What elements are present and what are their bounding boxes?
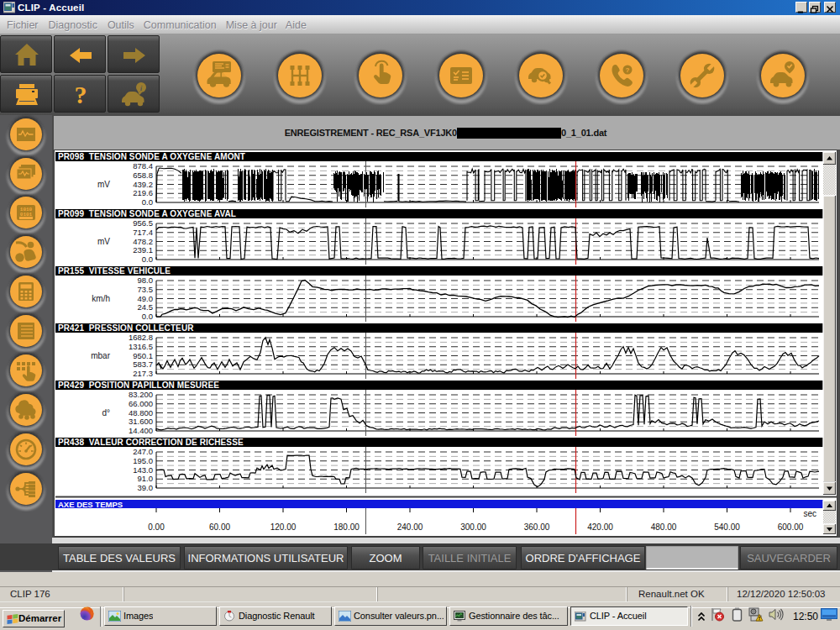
svg-text:658.8: 658.8 xyxy=(133,171,153,180)
svg-text:83.200: 83.200 xyxy=(129,390,153,399)
svg-text:878.4: 878.4 xyxy=(133,161,153,171)
svg-text:PR429 POSITION PAPILLON MESUR: PR429 POSITION PAPILLON MESUREE xyxy=(58,381,219,390)
svg-text:540.00: 540.00 xyxy=(714,522,740,532)
svg-text:478.2: 478.2 xyxy=(133,237,153,246)
svg-text:0.0: 0.0 xyxy=(142,312,153,321)
svg-text:239.1: 239.1 xyxy=(133,245,153,255)
svg-text:98.0: 98.0 xyxy=(138,276,154,285)
svg-text:0.00: 0.00 xyxy=(148,522,165,532)
svg-text:0101: 0101 xyxy=(20,212,33,218)
svg-text:km/h: km/h xyxy=(92,294,110,303)
svg-text:219.6: 219.6 xyxy=(133,188,153,197)
svg-text:217.3: 217.3 xyxy=(133,369,153,378)
svg-text:240.00: 240.00 xyxy=(397,522,423,532)
svg-text:?: ? xyxy=(626,66,630,74)
svg-text:1316.5: 1316.5 xyxy=(129,342,153,351)
svg-text:950.1: 950.1 xyxy=(133,351,153,360)
svg-text:PR421 PRESSION COLLECTEUR: PR421 PRESSION COLLECTEUR xyxy=(58,323,194,333)
svg-text:?: ? xyxy=(75,81,87,108)
svg-text:mbar: mbar xyxy=(91,351,110,360)
svg-text:39.0: 39.0 xyxy=(138,483,154,492)
svg-text:360.00: 360.00 xyxy=(524,522,550,532)
svg-text:49.0: 49.0 xyxy=(138,294,154,303)
svg-text:300.00: 300.00 xyxy=(460,522,486,532)
svg-text:0.0: 0.0 xyxy=(142,197,153,207)
svg-text:48.800: 48.800 xyxy=(129,408,153,417)
svg-text:956.5: 956.5 xyxy=(133,218,153,228)
svg-text:AXE DES TEMPS: AXE DES TEMPS xyxy=(58,500,123,509)
svg-text:66.000: 66.000 xyxy=(129,399,153,408)
svg-text:583.7: 583.7 xyxy=(133,360,153,369)
svg-text:717.4: 717.4 xyxy=(133,228,153,237)
svg-text:mV: mV xyxy=(97,237,110,246)
svg-text:24.5: 24.5 xyxy=(138,302,154,312)
svg-text:60.00: 60.00 xyxy=(209,522,230,532)
svg-text:d°: d° xyxy=(102,408,110,417)
svg-text:480.00: 480.00 xyxy=(651,522,677,532)
svg-text:PR438 VALEUR CORRECTION DE RI: PR438 VALEUR CORRECTION DE RICHESSE xyxy=(58,438,244,447)
svg-text:439.2: 439.2 xyxy=(133,180,153,189)
svg-text:143.0: 143.0 xyxy=(133,465,153,475)
svg-text:420.00: 420.00 xyxy=(587,522,613,532)
svg-text:mV: mV xyxy=(97,180,110,189)
svg-text:31.600: 31.600 xyxy=(129,417,153,426)
svg-text:195.0: 195.0 xyxy=(133,456,153,465)
svg-text:180.00: 180.00 xyxy=(333,522,360,532)
svg-text:600.00: 600.00 xyxy=(778,522,804,532)
svg-text:PR098 TENSION SONDE A OXYGENE: PR098 TENSION SONDE A OXYGENE AMONT xyxy=(58,152,245,161)
svg-text:73.5: 73.5 xyxy=(138,285,154,294)
svg-text:247.0: 247.0 xyxy=(133,447,153,456)
svg-text:1682.8: 1682.8 xyxy=(129,333,153,342)
svg-text:14.400: 14.400 xyxy=(129,426,153,435)
svg-text:PR155 VITESSE VEHICULE: PR155 VITESSE VEHICULE xyxy=(58,266,171,276)
svg-text:0.0: 0.0 xyxy=(142,255,153,264)
svg-text:91.0: 91.0 xyxy=(138,474,154,483)
svg-text:120.00: 120.00 xyxy=(270,522,297,532)
svg-text:sec: sec xyxy=(803,509,816,518)
svg-text:PR099 TENSION SONDE A OXYGENE: PR099 TENSION SONDE A OXYGENE AVAL xyxy=(58,209,236,218)
